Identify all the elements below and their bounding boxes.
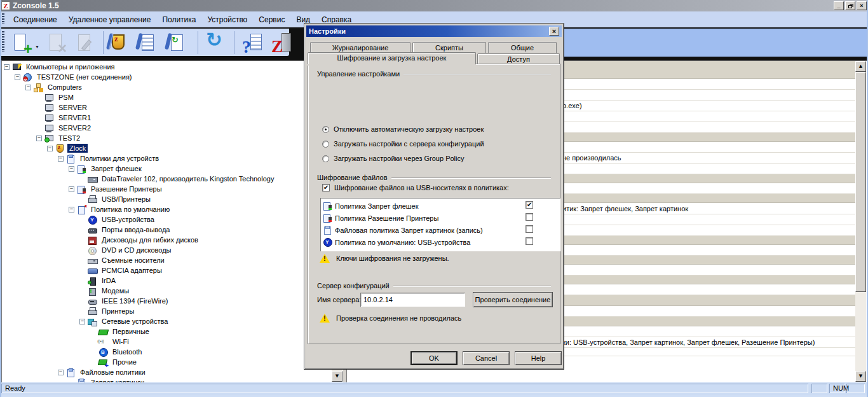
expander-minus-icon[interactable]: − [69, 166, 74, 172]
tree-item-25[interactable]: −Сетевые устройства [1, 316, 343, 326]
tree-item-24[interactable]: Принтеры [1, 306, 343, 316]
tree-item-31[interactable]: Запрет картинок [1, 377, 343, 382]
tree-item-10[interactable]: −Запрет флешек [1, 164, 343, 174]
radio-button[interactable] [322, 126, 329, 133]
details-scroll-thumb[interactable] [855, 72, 866, 292]
tree-item-14[interactable]: −Политика по умолчанию [1, 204, 343, 214]
policy-checkbox[interactable] [526, 213, 533, 221]
tree-item-26[interactable]: Первичные [1, 326, 343, 337]
check-connection-button[interactable]: Проверить соединение [473, 292, 553, 307]
tab-front-1[interactable]: Доступ [477, 53, 560, 64]
expander-minus-icon[interactable]: − [58, 156, 64, 162]
tree-item-19[interactable]: Съемные носители [1, 255, 343, 265]
tree-item-15[interactable]: USB-устройства [1, 214, 343, 225]
radio-option-0[interactable]: Отключить автоматическую загрузку настро… [322, 125, 484, 133]
details-scroll-up-button[interactable]: ▲ [855, 61, 866, 72]
menu-item-0[interactable]: Соединение [8, 14, 63, 25]
tree-item-7[interactable]: −TEST2 [1, 133, 343, 143]
expander-minus-icon[interactable]: − [25, 85, 31, 90]
tree-item-1[interactable]: −TESTZONE (нет соединения) [1, 72, 343, 82]
policies-listbox[interactable]: Политика Запрет флешекПолитика Разешение… [320, 198, 560, 251]
tree-item-label[interactable]: Модемы [100, 286, 131, 295]
cancel-button[interactable]: Cancel [463, 351, 510, 365]
tree-item-12[interactable]: −Разешение Принтеры [1, 184, 343, 194]
dropdown-arrow-icon[interactable]: ▼ [35, 45, 39, 49]
details-scrollbar[interactable]: ▲ ▼ [855, 61, 866, 382]
refresh-button[interactable] [203, 31, 229, 55]
policy-checkbox[interactable] [526, 237, 533, 245]
tree-item-label[interactable]: Wi-Fi [111, 337, 131, 346]
ok-button[interactable]: OK [410, 351, 458, 365]
tab-1-back[interactable]: Скрипты [412, 42, 486, 53]
tree-item-28[interactable]: Bluetooth [1, 347, 343, 357]
policy-list-item-1[interactable]: Политика Разешение Принтеры [323, 212, 560, 224]
close-button[interactable]: × [857, 1, 867, 10]
tree-item-label[interactable]: PSM [57, 93, 76, 102]
radio-button[interactable] [322, 155, 329, 162]
tree-item-label[interactable]: Дисководы для гибких дисков [100, 235, 200, 244]
new-policy-button[interactable] [8, 31, 34, 55]
tree-item-label[interactable]: Компьютеры и приложения [24, 62, 117, 71]
policy-checkbox[interactable] [526, 201, 533, 209]
tree-item-label[interactable]: Computers [46, 83, 84, 92]
policy-list-item-0[interactable]: Политика Запрет флешек [323, 200, 560, 212]
tree-item-label[interactable]: PCMCIA адаптеры [100, 266, 164, 275]
expander-minus-icon[interactable]: − [69, 207, 74, 212]
tree-item-label[interactable]: Первичные [111, 327, 151, 336]
tree-item-label[interactable]: SERVER [57, 103, 89, 112]
expander-minus-icon[interactable]: − [36, 136, 42, 141]
tree-item-label[interactable]: TESTZONE (нет соединения) [35, 73, 134, 81]
tree-item-label[interactable]: SERVER1 [57, 113, 93, 122]
tree-item-label[interactable]: Bluetooth [111, 347, 144, 356]
tree-item-label[interactable]: Zlock [67, 144, 88, 153]
policy-checkbox[interactable] [526, 225, 533, 233]
tree-item-label[interactable]: SERVER2 [57, 123, 93, 132]
tree-item-label[interactable]: Сетевые устройства [100, 317, 170, 326]
encryption-checkbox-row[interactable]: Шифрование файлов на USB-носителях в пол… [322, 184, 509, 192]
zlock-configure-button[interactable] [109, 31, 134, 55]
tree-item-label[interactable]: Файловые политики [78, 368, 147, 377]
minimize-button[interactable]: _ [834, 1, 844, 10]
tree-item-label[interactable]: Политика по умолчанию [89, 205, 172, 214]
tree-item-11[interactable]: DataTraveler 102, производитель Kingston… [1, 174, 343, 184]
radio-button[interactable] [322, 141, 329, 148]
dialog-close-button[interactable]: × [549, 27, 559, 36]
restore-button[interactable] [845, 1, 855, 10]
settings-sync-button[interactable] [167, 31, 193, 55]
expander-minus-icon[interactable]: − [4, 64, 10, 70]
tree-item-label[interactable]: Съемные носители [100, 256, 166, 265]
tree-item-2[interactable]: −Computers [1, 82, 343, 92]
tree-item-30[interactable]: −Файловые политики [1, 367, 343, 377]
menu-item-2[interactable]: Политика [156, 14, 201, 25]
tree-item-18[interactable]: DVD и CD дисководы [1, 245, 343, 255]
tree-scroll-down-button[interactable]: ▼ [332, 371, 342, 382]
tree-item-3[interactable]: PSM [1, 92, 343, 102]
tree-item-4[interactable]: SERVER [1, 102, 343, 113]
menu-item-4[interactable]: Сервис [253, 14, 290, 25]
tree-item-label[interactable]: Запрет картинок [89, 378, 146, 382]
menu-grip-handle[interactable] [2, 13, 4, 24]
tree-item-29[interactable]: Прочие [1, 357, 343, 367]
tree-item-label[interactable]: USB-устройства [100, 215, 156, 224]
tree-item-23[interactable]: IEEE 1394 (FireWire) [1, 296, 343, 306]
radio-option-1[interactable]: Загружать настройки с сервера конфигурац… [322, 140, 484, 148]
expander-minus-icon[interactable]: − [79, 319, 85, 324]
help-button[interactable] [240, 31, 265, 55]
tree-item-label[interactable]: DVD и CD дисководы [100, 246, 173, 254]
tree-item-16[interactable]: Порты ввода-вывода [1, 225, 343, 235]
tree-item-label[interactable]: DataTraveler 102, производитель Kingston… [100, 174, 276, 183]
expander-minus-icon[interactable]: − [15, 74, 20, 80]
help-button[interactable]: Help [515, 351, 562, 365]
tree-item-0[interactable]: −Компьютеры и приложения [1, 62, 343, 72]
tree-item-label[interactable]: Политики для устройств [78, 154, 161, 163]
tree-item-9[interactable]: −Политики для устройств [1, 153, 343, 164]
menu-item-1[interactable]: Удаленное управление [63, 14, 157, 25]
delete-button[interactable] [43, 31, 69, 55]
tab-0-back[interactable]: Журналирование [310, 42, 410, 53]
toolbar-grip-handle[interactable] [2, 31, 4, 52]
tree-item-27[interactable]: Wi-Fi [1, 337, 343, 347]
tree-item-label[interactable]: IrDA [100, 276, 118, 285]
about-zlock-button[interactable] [269, 31, 294, 55]
tree-item-label[interactable]: Порты ввода-вывода [100, 225, 172, 234]
server-name-input[interactable] [360, 293, 465, 307]
